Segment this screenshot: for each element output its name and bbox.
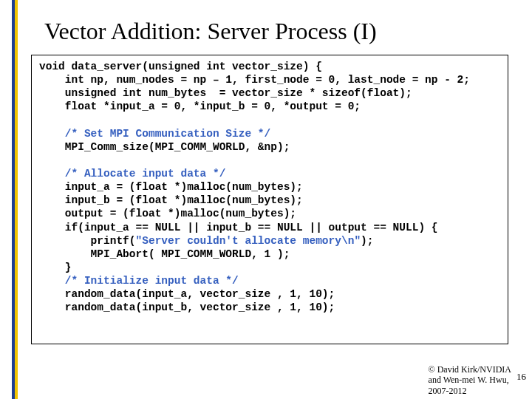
- code-string: "Server couldn't allocate memory\n": [136, 235, 361, 247]
- footer-line: and Wen-mei W. Hwu,: [429, 375, 509, 385]
- code-line: printf(: [39, 235, 136, 247]
- code-line: input_a = (float *)malloc(num_bytes);: [39, 181, 303, 193]
- code-line: if(input_a == NULL || input_b == NULL ||…: [39, 222, 438, 233]
- code-line: void data_server(unsigned int vector_siz…: [39, 61, 322, 72]
- code-line: output = (float *)malloc(num_bytes);: [39, 208, 296, 219]
- slide-accent-bar: [12, 0, 19, 399]
- page-number: 16: [516, 371, 526, 383]
- code-comment: /* Allocate input data */: [39, 168, 225, 180]
- code-line: MPI_Comm_size(MPI_COMM_WORLD, &np);: [39, 141, 290, 153]
- code-line: input_b = (float *)malloc(num_bytes);: [39, 194, 303, 206]
- code-line: );: [361, 235, 373, 247]
- code-line: random_data(input_b, vector_size , 1, 10…: [39, 301, 335, 313]
- slide-title: Vector Addition: Server Process (I): [44, 18, 517, 45]
- accent-stripe-yellow: [15, 0, 18, 399]
- code-line: float *input_a = 0, *input_b = 0, *outpu…: [39, 100, 361, 112]
- code-line: MPI_Abort( MPI_COMM_WORLD, 1 );: [39, 248, 290, 260]
- slide-footer: © David Kirk/NVIDIA and Wen-mei W. Hwu, …: [429, 364, 511, 396]
- code-line: }: [39, 262, 72, 273]
- code-line: int np, num_nodes = np – 1, first_node =…: [39, 74, 470, 86]
- footer-line: © David Kirk/NVIDIA: [429, 364, 511, 375]
- code-comment: /* Set MPI Communication Size */: [39, 128, 270, 140]
- code-frame: void data_server(unsigned int vector_siz…: [31, 55, 508, 344]
- code-block: void data_server(unsigned int vector_siz…: [39, 60, 500, 314]
- code-line: random_data(input_a, vector_size , 1, 10…: [39, 288, 335, 300]
- code-line: unsigned int num_bytes = vector_size * s…: [39, 87, 412, 99]
- code-comment: /* Initialize input data */: [39, 275, 239, 287]
- footer-line: 2007-2012: [429, 386, 467, 396]
